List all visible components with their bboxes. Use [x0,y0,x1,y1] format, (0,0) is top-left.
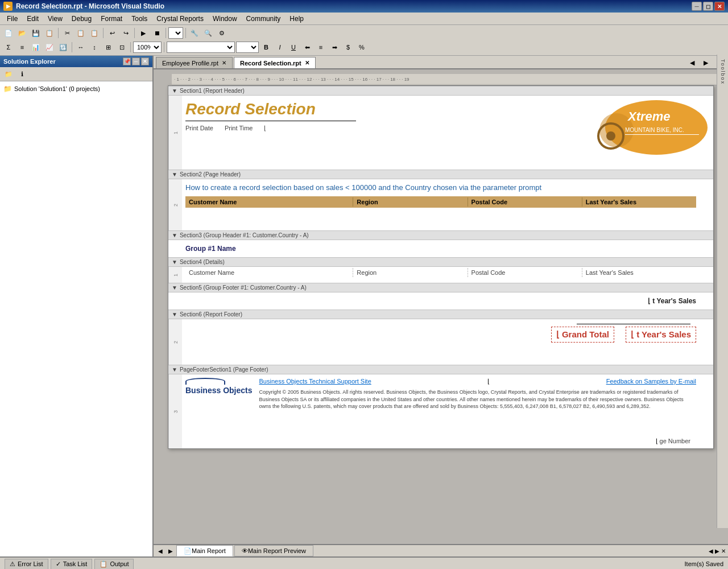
toolbar-separator-4 [166,28,166,38]
zoom-combo[interactable]: 100% [133,42,162,53]
config-combo[interactable] [168,27,183,39]
group-sum: ⌊ t Year's Sales [648,297,696,305]
list-button[interactable]: ≡ [16,42,28,53]
undo-button[interactable]: ↩ [106,27,118,39]
tab-nav-right[interactable]: ▶ [700,57,712,68]
pagefooter-header[interactable]: ▼ PageFooterSection1 (Page Footer) [168,365,713,374]
align-right-button[interactable]: ➡ [328,42,341,53]
footer-link1[interactable]: Business Objects Technical Support Site [259,378,371,385]
bo-curve [185,378,225,385]
section2-header[interactable]: ▼ Section2 (Page Header) [168,170,713,179]
toolbar-separator-2 [103,28,104,38]
menu-help[interactable]: Help [285,14,308,24]
sum-button[interactable]: Σ [2,42,15,53]
pagefooter-arrow: ▼ [172,366,177,373]
save-all-button[interactable]: 📋 [43,27,56,39]
tab-employee-label: Employee Profile.rpt [162,60,218,67]
section5-header[interactable]: ▼ Section5 (Group Footer #1: Customer.Co… [168,283,713,292]
menu-view[interactable]: View [43,14,67,24]
tb2-btn8[interactable]: ⊞ [102,42,114,53]
panel-error-list[interactable]: ⚠ Error List [5,559,48,570]
toolbox-sidebar[interactable]: Toolbox [717,69,728,528]
section1-header[interactable]: ▼ Section1 (Report Header) [168,86,713,96]
menu-tools[interactable]: Tools [127,14,152,24]
solution-tree-root[interactable]: 📁 Solution 'Solution1' (0 projects) [2,84,150,94]
toolbar2-separator-2 [130,42,131,52]
bottom-tab-preview[interactable]: 👁 Main Report Preview [234,545,313,556]
save-button[interactable]: 💾 [30,27,42,39]
grand-total-row: ⌊ Grand Total ⌊ t Year's Sales [185,327,696,343]
tab-employee-profile[interactable]: Employee Profile.rpt ✕ [156,57,233,68]
title-bar: ▶ Record Selection.rpt - Microsoft Visua… [0,0,728,13]
section3-header[interactable]: ▼ Section3 (Group Header #1: Customer.Co… [168,230,713,240]
print-time-marker: ⌊ [264,125,266,132]
tb2-btn9[interactable]: ⊡ [115,42,128,53]
toolbar-extra-1[interactable]: 🔧 [188,27,201,39]
start-button[interactable]: ▶ [137,27,150,39]
font-combo[interactable] [167,42,235,53]
menu-edit[interactable]: Edit [22,14,43,24]
menu-community[interactable]: Community [242,14,286,24]
align-center-button[interactable]: ≡ [315,42,327,53]
tab-record-selection[interactable]: Record Selection.rpt ✕ [234,57,316,68]
panel-output[interactable]: 📋 Output [94,559,134,570]
minimize-button[interactable]: ─ [692,2,702,11]
bold-button[interactable]: B [260,42,272,53]
tab-record-close[interactable]: ✕ [305,60,309,66]
menu-debug[interactable]: Debug [67,14,96,24]
tab-employee-close[interactable]: ✕ [222,60,226,66]
section1-label: Section1 (Report Header) [180,88,245,94]
tb2-btn3[interactable]: 📊 [30,42,42,53]
stop-button[interactable]: ⏹ [151,27,163,39]
se-new-folder-btn[interactable]: 📁 [2,68,15,80]
close-button[interactable]: ✕ [714,2,725,11]
footer-link1-marker: ⌊ [487,378,490,385]
tb2-btn7[interactable]: ↕ [88,42,101,53]
currency-button[interactable]: $ [342,42,354,53]
se-close-button[interactable]: ✕ [141,57,149,65]
solution-explorer: Solution Explorer 📌 ─ ✕ 📁 ℹ 📁 Solution '… [0,56,154,556]
tb2-btn6[interactable]: ↔ [75,42,87,53]
panel-task-list[interactable]: ✓ Task List [51,559,93,570]
paste-button[interactable]: 📋 [88,27,101,39]
restore-button[interactable]: ◻ [703,2,713,11]
underline-button[interactable]: U [287,42,300,53]
italic-button[interactable]: I [274,42,286,53]
se-pin-button[interactable]: 📌 [123,57,131,65]
cut-button[interactable]: ✂ [61,27,73,39]
footer-underline [577,324,690,324]
grand-total-sum-marker: ⌊ [631,329,634,339]
section4-header[interactable]: ▼ Section4 (Details) [168,257,713,267]
menu-window[interactable]: Window [208,14,242,24]
percent-button[interactable]: % [355,42,368,53]
toolbar-separator-5 [185,28,186,38]
menu-crystal-reports[interactable]: Crystal Reports [152,14,208,24]
section6-header[interactable]: ▼ Section6 (Report Footer) [168,310,713,319]
se-properties-btn[interactable]: ℹ [16,68,28,80]
align-left-button[interactable]: ⬅ [301,42,313,53]
bottom-tab-main-label: Main Report [192,547,226,554]
bottom-nav-left[interactable]: ◀ [156,547,165,555]
bo-logo-area: Business Objects [185,378,253,395]
open-button[interactable]: 📂 [16,27,28,39]
toolbar-extra-3[interactable]: ⚙ [216,27,228,39]
tb2-btn5[interactable]: 🔃 [57,42,69,53]
size-combo[interactable] [236,42,259,53]
toolbar-extra-2[interactable]: 🔍 [202,27,214,39]
bottom-tab-main[interactable]: 📄 Main Report [176,545,233,556]
report-canvas: · 1 · · · 2 · · · 3 · · · 4 · · · 5 · · … [154,69,728,544]
tab-nav-left[interactable]: ◀ [686,57,698,68]
redo-button[interactable]: ↪ [119,27,132,39]
tb2-btn4[interactable]: 📈 [43,42,56,53]
footer-link2[interactable]: Feedback on Samples by E-mail [606,378,696,385]
se-minimize-button[interactable]: ─ [132,57,140,65]
menu-file[interactable]: File [2,14,22,24]
bottom-nav-right[interactable]: ▶ [166,547,175,555]
new-button[interactable]: 📄 [2,27,15,39]
detail-region: Region [353,268,468,277]
menu-format[interactable]: Format [96,14,127,24]
output-label: Output [110,560,129,567]
report-page: ▼ Section1 (Report Header) 1 Record Sele… [168,85,714,449]
copy-button[interactable]: 📋 [75,27,87,39]
section4-content: 1 Customer Name Region Postal Code Last … [168,267,713,283]
